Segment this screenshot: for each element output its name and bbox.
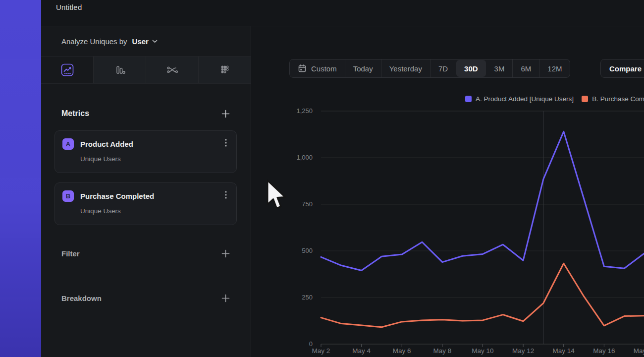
range-12m[interactable]: 12M — [539, 60, 570, 77]
tab-bar-chart[interactable] — [93, 57, 146, 83]
tab-grid-view[interactable] — [198, 57, 251, 83]
plus-icon — [221, 294, 230, 303]
tab-line-chart[interactable] — [41, 57, 93, 83]
metrics-header: Metrics — [61, 105, 231, 122]
app-window: Untitled Analyze Uniques by User Metrics… — [41, 0, 644, 357]
x-axis-label: May 18 — [627, 347, 644, 355]
chevron-down-icon — [152, 40, 158, 43]
metric-menu-button[interactable] — [223, 137, 229, 150]
x-axis-label: May 4 — [344, 347, 379, 355]
flow-chart-icon — [166, 63, 179, 76]
x-axis-label: May 14 — [546, 347, 581, 355]
line-chart[interactable] — [321, 111, 644, 348]
range-label: 7D — [438, 64, 448, 73]
add-filter-button[interactable] — [220, 248, 231, 259]
legend-swatch — [582, 96, 588, 102]
analyze-row: Analyze Uniques by User — [41, 26, 251, 57]
x-axis-label: May 8 — [425, 347, 460, 355]
mouse-cursor — [266, 179, 287, 211]
metric-card[interactable]: BPurchase CompletedUnique Users — [54, 182, 237, 225]
kebab-icon — [225, 138, 227, 147]
plus-icon — [221, 249, 230, 258]
range-yesterday[interactable]: Yesterday — [381, 60, 430, 77]
legend-item[interactable]: B. Purchase Completed [Unique Users] — [582, 95, 644, 103]
range-label: 30D — [464, 64, 478, 73]
range-label: Yesterday — [389, 64, 422, 73]
range-6m[interactable]: 6M — [512, 60, 539, 77]
legend-label: A. Product Added [Unique Users] — [476, 95, 574, 103]
compare-button[interactable]: Compare — [600, 59, 644, 78]
metric-letter-badge: B — [62, 190, 74, 202]
x-axis-label: May 16 — [587, 347, 621, 355]
y-axis-label: 1,250 — [278, 107, 313, 116]
top-bar: Untitled — [41, 0, 644, 26]
range-3m[interactable]: 3M — [486, 60, 513, 77]
background-accent-strip — [0, 0, 41, 357]
config-sidebar: Analyze Uniques by User Metrics AProduct… — [41, 26, 251, 357]
metric-menu-button[interactable] — [223, 189, 229, 202]
range-label: 12M — [547, 64, 562, 73]
tab-flow-chart[interactable] — [146, 57, 198, 83]
line-chart-icon — [61, 63, 74, 76]
report-title[interactable]: Untitled — [56, 3, 82, 11]
plus-icon — [221, 109, 230, 119]
y-axis-label: 250 — [278, 293, 313, 302]
date-range-control: CustomTodayYesterday7D30D3M6M12M — [289, 59, 570, 78]
filter-title: Filter — [61, 249, 80, 258]
range-30d[interactable]: 30D — [456, 60, 486, 77]
range-label: 6M — [521, 64, 531, 73]
x-axis-label: May 6 — [384, 347, 419, 355]
kebab-icon — [225, 190, 227, 199]
range-label: 3M — [494, 64, 505, 73]
chart-type-tabs — [41, 57, 251, 84]
x-axis-label: May 2 — [304, 347, 338, 355]
metric-subtitle: Unique Users — [80, 155, 229, 163]
series-line — [321, 263, 644, 327]
user-dropdown[interactable]: User — [132, 37, 158, 46]
breakdown-header: Breakdown — [61, 289, 231, 307]
legend-label: B. Purchase Completed [Unique Users] — [592, 95, 644, 103]
metric-title: Purchase Completed — [80, 192, 154, 200]
legend-item[interactable]: A. Product Added [Unique Users] — [465, 95, 574, 103]
grid-view-icon — [218, 63, 231, 76]
y-axis-label: 1,000 — [278, 153, 313, 162]
x-axis-label: May 10 — [466, 347, 500, 355]
add-breakdown-button[interactable] — [220, 293, 231, 303]
bar-chart-icon — [113, 63, 126, 76]
metric-title: Product Added — [80, 140, 133, 148]
metric-subtitle: Unique Users — [80, 207, 229, 215]
y-axis-label: 500 — [278, 246, 313, 255]
user-dropdown-value: User — [132, 37, 149, 46]
x-axis-label: May 12 — [506, 347, 540, 355]
legend-swatch — [465, 96, 472, 102]
metric-card[interactable]: AProduct AddedUnique Users — [54, 130, 237, 173]
metric-letter-badge: A — [62, 138, 74, 150]
range-label: Custom — [311, 64, 337, 73]
filter-header: Filter — [61, 244, 231, 262]
range-label: Today — [353, 64, 373, 73]
add-metric-button[interactable] — [220, 108, 231, 119]
range-custom[interactable]: Custom — [290, 60, 345, 77]
range-7d[interactable]: 7D — [430, 60, 456, 77]
series-line — [321, 131, 644, 270]
chart-legend: A. Product Added [Unique Users]B. Purcha… — [465, 95, 644, 103]
metrics-title: Metrics — [61, 109, 89, 118]
calendar-icon — [298, 64, 307, 73]
chart-panel: CustomTodayYesterday7D30D3M6M12M Compare… — [251, 26, 644, 357]
analyze-label: Analyze Uniques by — [61, 37, 127, 46]
breakdown-title: Breakdown — [61, 294, 102, 302]
range-today[interactable]: Today — [345, 60, 381, 77]
